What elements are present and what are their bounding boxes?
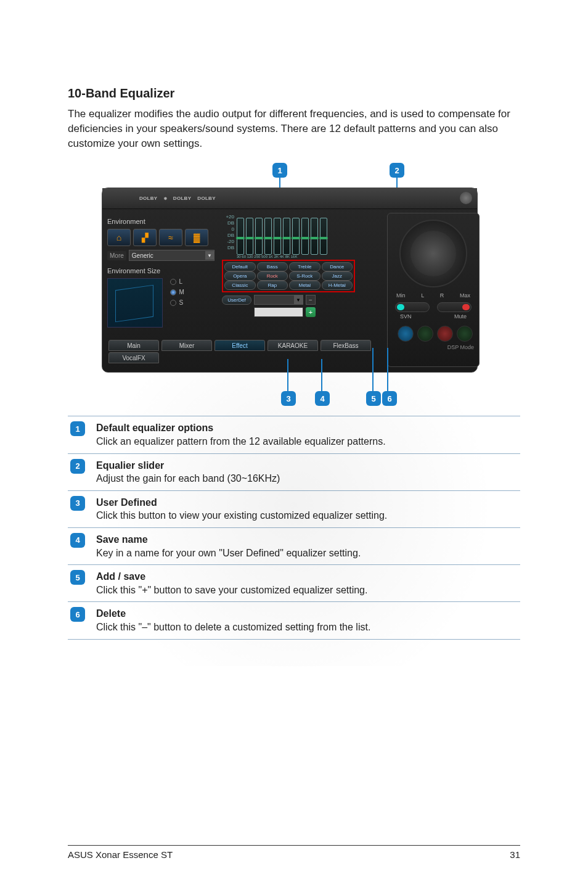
environment-size-row: L M S (107, 278, 214, 328)
legend-row: 4 Save nameKey in a name for your own "U… (68, 527, 520, 564)
eq-axis-labels: +20 DB 0 DB -20 DB (224, 214, 234, 251)
legend-num: 1 (70, 421, 85, 436)
preset-row: Opera Rock S-Rock Jazz (224, 271, 353, 281)
tab-mixer[interactable]: Mixer (161, 340, 212, 351)
legend-text: Default equalizer optionsClick an equali… (96, 421, 386, 448)
preset-opera[interactable]: Opera (224, 271, 256, 281)
legend-text: Add / saveClick this "+" button to save … (96, 570, 367, 596)
section-heading: 10-Band Equalizer (68, 86, 520, 101)
eq-band-slider[interactable] (292, 218, 300, 255)
legend-row: 6 DeleteClick this "–" button to delete … (68, 601, 520, 639)
callout-line (372, 348, 374, 391)
eq-band-slider[interactable] (246, 218, 253, 255)
close-icon[interactable] (460, 192, 472, 204)
equalizer-graph: +20 DB 0 DB -20 DB (222, 213, 355, 257)
env-size-m[interactable]: M (170, 289, 184, 295)
eq-band-slider[interactable] (320, 218, 327, 255)
preset-classic[interactable]: Classic (224, 281, 256, 290)
environment-size-radios: L M S (170, 278, 184, 310)
userdef-select[interactable]: ▼ (254, 295, 303, 305)
add-save-button[interactable]: + (306, 307, 316, 317)
eq-band-slider[interactable] (237, 218, 244, 255)
env-icon-home[interactable]: ⌂ (107, 229, 131, 246)
dsp-icon[interactable] (437, 326, 453, 342)
callout-1: 1 (272, 163, 287, 178)
env-size-s[interactable]: S (170, 299, 184, 306)
legend-num: 2 (70, 459, 85, 474)
equalizer-presets-highlight: Default Bass Treble Dance Opera Rock S-R… (222, 260, 355, 292)
eq-band-slider[interactable] (264, 218, 272, 255)
env-size-l[interactable]: L (170, 278, 184, 285)
l-label: L (421, 292, 424, 299)
callouts-bottom: 3 4 5 6 (68, 373, 520, 403)
tab-bar: Main Mixer Effect KARAOKE FlexBass (108, 340, 371, 351)
env-icon-bath[interactable]: ▞ (133, 229, 157, 246)
dsp-mode-label: DSP Mode (393, 344, 474, 350)
legend-table: 1 Default equalizer optionsClick an equa… (68, 416, 520, 639)
svn-toggle[interactable] (395, 302, 430, 312)
dsp-icons (393, 326, 474, 342)
save-name-input[interactable] (254, 307, 303, 317)
callout-5: 5 (366, 391, 381, 406)
footer-product: ASUS Xonar Essence ST (68, 849, 173, 860)
preset-srock[interactable]: S-Rock (289, 271, 321, 281)
environment-icons: ⌂ ▞ ≈ ▓ (107, 229, 214, 246)
legend-row: 1 Default equalizer optionsClick an equa… (68, 416, 520, 453)
preset-default[interactable]: Default (224, 262, 256, 271)
environment-select[interactable]: Generic ▼ (129, 250, 214, 261)
preset-jazz[interactable]: Jazz (322, 271, 353, 281)
eq-band-slider[interactable] (283, 218, 290, 255)
preset-rock[interactable]: Rock (257, 271, 288, 281)
volume-knob[interactable] (399, 220, 467, 287)
svn-label: SVN (400, 313, 412, 320)
callout-3: 3 (281, 391, 296, 406)
legend-num: 5 (70, 570, 85, 585)
save-row: + (222, 307, 355, 317)
preset-rap[interactable]: Rap (257, 281, 288, 290)
dolby-logo: DOLBY (173, 196, 192, 201)
tab-vocalfx[interactable]: VocalFX (108, 352, 159, 363)
preset-treble[interactable]: Treble (289, 262, 321, 271)
environment-size-graphic (107, 278, 163, 328)
userdef-button[interactable]: UserDef (222, 295, 251, 305)
legend-text: User DefinedClick this button to view yo… (96, 496, 387, 522)
environment-size-title: Environment Size (107, 267, 214, 274)
preset-bass[interactable]: Bass (257, 262, 288, 271)
min-label: Min (396, 292, 406, 299)
preset-dance[interactable]: Dance (322, 262, 353, 271)
callout-6: 6 (382, 391, 397, 406)
dsp-icon[interactable] (398, 326, 414, 342)
radio-icon (170, 289, 176, 295)
eq-band-slider[interactable] (274, 218, 281, 255)
legend-row: 5 Add / saveClick this "+" button to sav… (68, 564, 520, 601)
delete-icon[interactable]: − (306, 295, 316, 305)
eq-band-slider[interactable] (255, 218, 263, 255)
panel-topbar: DOLBY ⎈ DOLBY DOLBY (102, 188, 477, 209)
mute-toggle[interactable] (437, 302, 472, 312)
env-icon-hall[interactable]: ≈ (159, 229, 182, 246)
tab-karaoke[interactable]: KARAOKE (267, 340, 318, 351)
preset-metal[interactable]: Metal (289, 281, 321, 290)
preset-hmetal[interactable]: H-Metal (322, 281, 353, 290)
callout-line (321, 359, 322, 391)
callouts-top: 1 2 (68, 163, 520, 188)
tab-flexbass[interactable]: FlexBass (321, 340, 371, 351)
more-label: More (107, 251, 126, 260)
environment-more-row: More Generic ▼ (107, 250, 214, 261)
tab-effect[interactable]: Effect (214, 340, 265, 351)
dsp-icon[interactable] (457, 326, 473, 342)
legend-row: 2 Equalier sliderAdjust the gain for eac… (68, 453, 520, 490)
userdef-row: UserDef ▼ − (222, 295, 355, 305)
eq-band-slider[interactable] (301, 218, 309, 255)
environment-select-value: Generic (132, 252, 153, 259)
hf-icon[interactable] (417, 326, 433, 342)
legend-text: Equalier sliderAdjust the gain for each … (96, 459, 280, 485)
radio-icon (170, 300, 176, 306)
legend-num: 3 (70, 496, 85, 511)
eq-band-slider[interactable] (311, 218, 318, 255)
tab-main[interactable]: Main (108, 340, 159, 351)
page-footer: ASUS Xonar Essence ST 31 (68, 845, 520, 860)
intro-paragraph: The equalizer modifies the audio output … (68, 107, 520, 151)
env-icon-tunnel[interactable]: ▓ (185, 229, 208, 246)
dolby-logo: ⎈ (164, 196, 167, 201)
